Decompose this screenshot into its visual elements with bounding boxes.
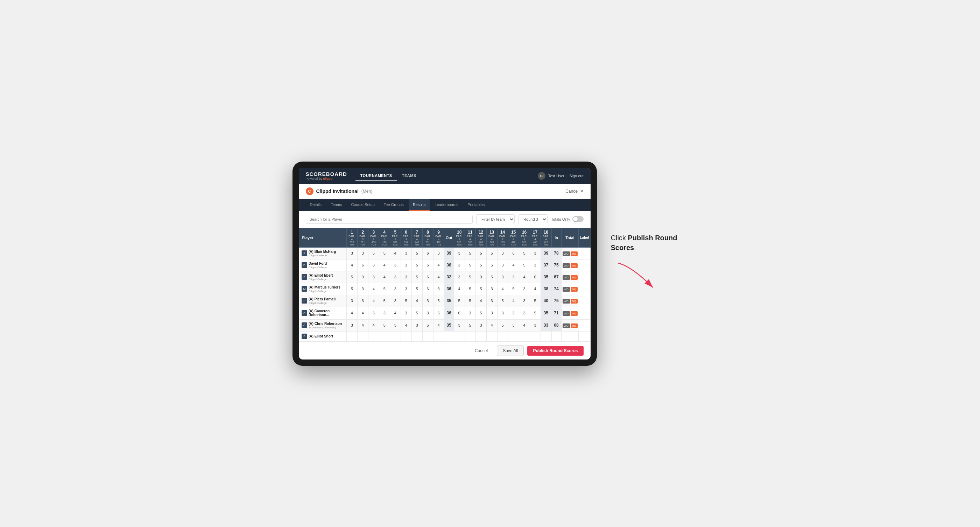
score-cell[interactable]: 3: [530, 259, 541, 271]
score-cell[interactable]: 4: [346, 307, 357, 319]
score-cell[interactable]: 5: [465, 283, 476, 295]
score-cell[interactable]: 5: [379, 295, 390, 307]
score-cell[interactable]: 3: [476, 319, 486, 331]
score-cell[interactable]: 5: [465, 319, 476, 331]
score-cell[interactable]: 6: [530, 271, 541, 283]
score-cell[interactable]: 4: [433, 319, 444, 331]
score-cell[interactable]: 4: [486, 319, 497, 331]
score-cell[interactable]: 4: [379, 259, 390, 271]
score-cell[interactable]: 4: [519, 319, 530, 331]
score-cell[interactable]: 4: [433, 271, 444, 283]
score-cell[interactable]: 4: [401, 319, 412, 331]
score-cell[interactable]: [433, 331, 444, 341]
score-cell[interactable]: [465, 331, 476, 341]
nav-link-tournaments[interactable]: TOURNAMENTS: [355, 171, 397, 181]
score-cell[interactable]: 5: [412, 247, 422, 259]
score-cell[interactable]: 4: [508, 259, 519, 271]
score-cell[interactable]: [422, 331, 433, 341]
tab-course-setup[interactable]: Course Setup: [347, 199, 379, 211]
score-cell[interactable]: [530, 331, 541, 341]
wd-badge[interactable]: WD: [563, 311, 570, 316]
score-cell[interactable]: 3: [357, 247, 368, 259]
score-cell[interactable]: 3: [530, 319, 541, 331]
score-cell[interactable]: 3: [486, 295, 497, 307]
save-all-button[interactable]: Save All: [497, 346, 524, 356]
score-cell[interactable]: 5: [476, 247, 486, 259]
score-cell[interactable]: 5: [476, 259, 486, 271]
score-cell[interactable]: 3: [508, 319, 519, 331]
score-cell[interactable]: [486, 331, 497, 341]
score-cell[interactable]: 3: [357, 271, 368, 283]
score-cell[interactable]: 4: [357, 319, 368, 331]
score-cell[interactable]: 3: [454, 319, 465, 331]
score-cell[interactable]: 5: [412, 271, 422, 283]
score-cell[interactable]: 3: [346, 247, 357, 259]
dq-badge[interactable]: DQ: [571, 251, 578, 256]
score-cell[interactable]: 3: [401, 247, 412, 259]
score-cell[interactable]: 5: [346, 271, 357, 283]
score-cell[interactable]: 5: [346, 283, 357, 295]
score-cell[interactable]: 5: [465, 271, 476, 283]
score-cell[interactable]: 3: [401, 307, 412, 319]
score-cell[interactable]: 4: [454, 283, 465, 295]
score-cell[interactable]: [346, 331, 357, 341]
score-cell[interactable]: 4: [433, 259, 444, 271]
score-cell[interactable]: 3: [497, 271, 508, 283]
wd-badge[interactable]: WD: [563, 324, 570, 328]
score-cell[interactable]: 3: [346, 295, 357, 307]
score-cell[interactable]: 4: [368, 295, 379, 307]
score-cell[interactable]: 4: [412, 295, 422, 307]
score-cell[interactable]: [357, 331, 368, 341]
score-cell[interactable]: 3: [454, 247, 465, 259]
score-cell[interactable]: 5: [379, 319, 390, 331]
tab-leaderboards[interactable]: Leaderboards: [430, 199, 463, 211]
score-cell[interactable]: 5: [412, 259, 422, 271]
score-cell[interactable]: 3: [401, 259, 412, 271]
toggle-switch[interactable]: [573, 216, 584, 222]
score-cell[interactable]: 3: [497, 307, 508, 319]
dq-badge[interactable]: DQ: [571, 264, 578, 268]
score-cell[interactable]: [444, 331, 454, 341]
score-cell[interactable]: 3: [497, 247, 508, 259]
nav-link-teams[interactable]: TEAMS: [397, 171, 421, 181]
score-cell[interactable]: 5: [465, 247, 476, 259]
score-cell[interactable]: 3: [412, 319, 422, 331]
cancel-footer-button[interactable]: Cancel: [469, 346, 493, 356]
dq-badge[interactable]: DQ: [571, 275, 578, 280]
score-cell[interactable]: 3: [530, 247, 541, 259]
wd-badge[interactable]: WD: [563, 287, 570, 292]
score-cell[interactable]: 4: [530, 283, 541, 295]
score-cell[interactable]: [497, 331, 508, 341]
score-cell[interactable]: [519, 331, 530, 341]
wd-badge[interactable]: WD: [563, 264, 570, 268]
score-cell[interactable]: 5: [530, 307, 541, 319]
score-cell[interactable]: 6: [422, 271, 433, 283]
score-cell[interactable]: 3: [401, 271, 412, 283]
score-cell[interactable]: 3: [508, 307, 519, 319]
score-cell[interactable]: 3: [368, 259, 379, 271]
score-cell[interactable]: 5: [368, 307, 379, 319]
score-cell[interactable]: 5: [486, 271, 497, 283]
score-cell[interactable]: 5: [433, 295, 444, 307]
score-cell[interactable]: 4: [390, 307, 401, 319]
score-cell[interactable]: 3: [454, 259, 465, 271]
score-cell[interactable]: 5: [476, 283, 486, 295]
filter-by-team-select[interactable]: Filter by team: [476, 214, 515, 224]
tab-details[interactable]: Details: [306, 199, 326, 211]
score-cell[interactable]: 5: [368, 247, 379, 259]
search-input[interactable]: [306, 215, 473, 224]
score-cell[interactable]: 3: [346, 319, 357, 331]
score-cell[interactable]: 3: [508, 271, 519, 283]
score-cell[interactable]: 5: [519, 247, 530, 259]
dq-badge[interactable]: DQ: [571, 299, 578, 303]
score-cell[interactable]: 3: [422, 295, 433, 307]
score-cell[interactable]: 3: [390, 319, 401, 331]
score-cell[interactable]: 3: [433, 283, 444, 295]
score-cell[interactable]: 4: [368, 319, 379, 331]
score-cell[interactable]: 3: [465, 307, 476, 319]
score-cell[interactable]: [401, 331, 412, 341]
score-cell[interactable]: 5: [508, 283, 519, 295]
score-cell[interactable]: 6: [422, 259, 433, 271]
score-cell[interactable]: 3: [486, 283, 497, 295]
totals-only-toggle[interactable]: Totals Only: [551, 216, 583, 222]
